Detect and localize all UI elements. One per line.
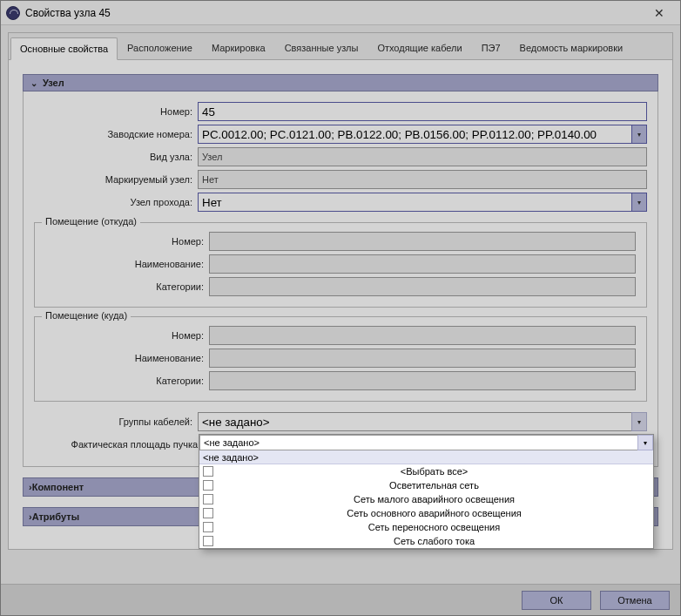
option-label: Сеть основного аварийного освещения: [219, 508, 650, 518]
value-rf-number: [209, 232, 636, 251]
tab-linked-nodes[interactable]: Связанные узлы: [275, 37, 368, 59]
label-rf-number: Номер:: [45, 236, 209, 247]
tab-label: Маркировка: [212, 43, 266, 53]
dropdown-option[interactable]: Осветительная сеть: [199, 478, 653, 492]
chevron-down-icon[interactable]: ▾: [631, 193, 647, 212]
section-title: Узел: [43, 78, 64, 88]
dropdown-highlighted-item[interactable]: <не задано>: [199, 450, 653, 464]
section-node-body: Номер: Заводские номера: ▾ В: [23, 91, 658, 467]
chevron-down-icon[interactable]: ▾: [637, 435, 653, 450]
dropdown-option[interactable]: Сеть малого аварийного освещения: [199, 492, 653, 506]
label-bundle-area: Фактическая площадь пучка, см²:: [34, 439, 226, 450]
label-passage-node: Узел прохода:: [34, 197, 198, 207]
dialog-footer: ОК Отмена: [1, 584, 680, 615]
tab-label: Связанные узлы: [285, 43, 359, 53]
label-rt-number: Номер:: [45, 330, 209, 341]
value-node-kind: Узел: [198, 147, 647, 166]
section-node-header[interactable]: ⌄ Узел: [23, 74, 658, 91]
cable-groups-dropdown[interactable]: <не задано> ▾ <не задано> <Выбрать все> …: [199, 434, 654, 549]
tab-marking-sheet[interactable]: Ведомость маркировки: [510, 37, 633, 59]
value-rf-cat: [209, 277, 636, 296]
tab-location[interactable]: Расположение: [118, 37, 202, 59]
tab-marking[interactable]: Маркировка: [202, 37, 275, 59]
dropdown-option[interactable]: Сеть переносного освещения: [199, 520, 653, 534]
input-number[interactable]: [198, 102, 647, 121]
checkbox-icon[interactable]: [203, 494, 213, 504]
checkbox-icon[interactable]: [203, 480, 213, 491]
fieldset-room-from: Помещение (откуда) Номер: Наименование: …: [34, 222, 647, 308]
titlebar: Свойства узла 45 ✕: [1, 1, 680, 25]
dropdown-option[interactable]: Сеть слабого тока: [199, 534, 653, 548]
fieldset-room-to: Помещение (куда) Номер: Наименование: Ка…: [34, 316, 647, 402]
dropdown-option[interactable]: Сеть основного аварийного освещения: [199, 506, 653, 520]
label-cable-groups: Группы кабелей:: [34, 416, 198, 427]
combo-factory-numbers[interactable]: ▾: [198, 125, 647, 144]
value-rf-name: [209, 254, 636, 274]
chevron-down-icon[interactable]: ▾: [631, 125, 647, 144]
option-label: Осветительная сеть: [219, 480, 650, 491]
value-rt-cat: [209, 371, 636, 390]
button-label: Отмена: [617, 595, 651, 606]
option-label: <Выбрать все>: [219, 466, 650, 477]
ok-button[interactable]: ОК: [522, 591, 591, 610]
label-factory-numbers: Заводские номера:: [34, 129, 198, 139]
tab-outgoing-cables[interactable]: Отходящие кабели: [367, 37, 471, 59]
tab-label: ПЭ7: [482, 43, 501, 53]
label-rt-cat: Категории:: [45, 376, 209, 386]
label-node-kind: Вид узла:: [34, 152, 198, 162]
combo-cable-groups[interactable]: ▾: [198, 412, 647, 431]
app-icon: [6, 6, 20, 20]
combo-factory-input[interactable]: [198, 125, 631, 144]
checkbox-icon[interactable]: [203, 522, 213, 532]
label-rf-name: Наименование:: [45, 259, 209, 269]
dropdown-option[interactable]: <Выбрать все>: [199, 464, 653, 478]
window-title: Свойства узла 45: [25, 7, 642, 19]
checkbox-icon[interactable]: [203, 536, 213, 546]
legend-room-to: Помещение (куда): [42, 310, 131, 321]
dropdown-selected-text: <не задано>: [199, 435, 637, 450]
label-marked-node: Маркируемый узел:: [34, 174, 198, 185]
tab-main-props[interactable]: Основные свойства: [10, 37, 118, 60]
dropdown-list: <Выбрать все> Осветительная сеть Сеть ма…: [199, 464, 653, 548]
label-rf-cat: Категории:: [45, 281, 209, 292]
section-title: Компонент: [32, 482, 84, 492]
tab-label: Отходящие кабели: [377, 43, 462, 53]
chevron-down-icon[interactable]: ▾: [631, 412, 647, 431]
legend-room-from: Помещение (откуда): [42, 216, 140, 227]
value-rt-number: [209, 326, 636, 345]
button-label: ОК: [550, 595, 563, 606]
label-number: Номер:: [34, 106, 198, 117]
tab-label: Ведомость маркировки: [520, 43, 624, 53]
close-button[interactable]: ✕: [642, 3, 677, 24]
checkbox-icon[interactable]: [203, 508, 213, 518]
dropdown-header: <не задано> ▾: [199, 435, 653, 450]
tab-label: Расположение: [127, 43, 192, 53]
value-rt-name: [209, 349, 636, 368]
option-label: Сеть слабого тока: [219, 536, 650, 546]
combo-cable-groups-input[interactable]: [198, 412, 631, 431]
chevron-down-icon: ⌄: [29, 78, 39, 88]
tab-pe7[interactable]: ПЭ7: [472, 37, 510, 59]
close-icon: ✕: [654, 6, 664, 20]
tab-strip: Основные свойства Расположение Маркировк…: [9, 33, 672, 59]
value-marked-node: Нет: [198, 170, 647, 189]
option-label: Сеть переносного освещения: [219, 522, 650, 532]
tab-label: Основные свойства: [20, 44, 108, 54]
combo-passage-node[interactable]: ▾: [198, 193, 647, 212]
combo-passage-input[interactable]: [198, 193, 631, 212]
label-rt-name: Наименование:: [45, 353, 209, 363]
cancel-button[interactable]: Отмена: [600, 591, 670, 610]
option-label: Сеть малого аварийного освещения: [219, 494, 650, 504]
section-title: Атрибуты: [32, 511, 79, 522]
checkbox-icon[interactable]: [203, 466, 213, 477]
